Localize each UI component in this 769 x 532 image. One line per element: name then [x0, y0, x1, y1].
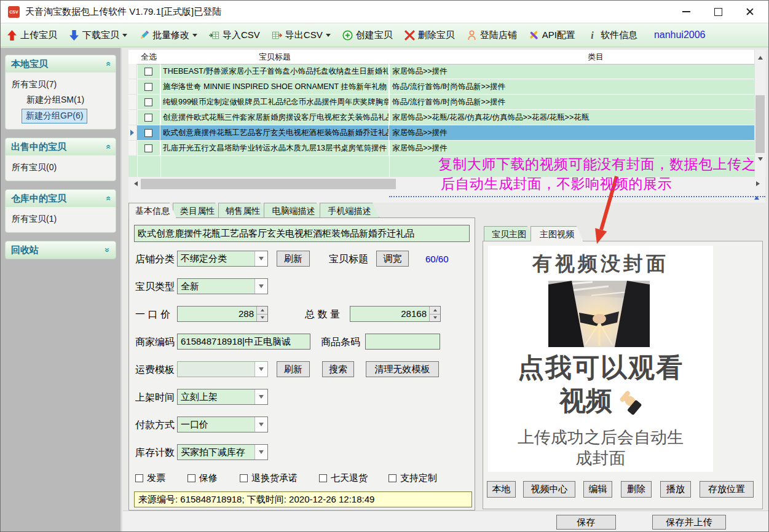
media-button-播放[interactable]: 播放 [660, 481, 691, 498]
store-category-select[interactable]: 不绑定分类 [177, 251, 268, 267]
splitter-handle[interactable] [389, 196, 765, 197]
sidebar-item[interactable]: 所有宝贝(7) [8, 77, 113, 92]
checkbox-box[interactable] [240, 474, 248, 482]
sidebar-section-header[interactable]: 回收站 [6, 241, 116, 259]
table-row[interactable]: 施华洛世奇 MINNIE INSPIRED SHOE ORNAMENT 挂饰新年… [128, 79, 754, 95]
toolbar-upload[interactable]: 上传宝贝 [7, 29, 57, 41]
item-title-input[interactable]: 欧式创意鹿摆件花瓶工艺品客厅玄关电视柜酒柜装饰品新婚乔迁礼品 [134, 225, 470, 242]
barcode-input[interactable] [365, 334, 440, 350]
scroll-right-icon[interactable] [756, 181, 762, 186]
chevron-down-icon[interactable] [254, 445, 267, 460]
spinner-arrows-icon[interactable] [429, 307, 440, 321]
collapse-chevron-icon[interactable] [103, 248, 112, 252]
sidebar-section-header[interactable]: 出售中的宝贝 [6, 138, 116, 155]
dropdown-caret-icon[interactable] [122, 34, 127, 39]
tab-main-video[interactable]: 主图视频 [530, 226, 583, 241]
checkbox-保修[interactable]: 保修 [187, 472, 218, 484]
search-shipping-button[interactable]: 搜索 [322, 361, 354, 377]
scroll-up-icon[interactable] [758, 53, 763, 60]
sidebar-item[interactable]: 所有宝贝(1) [8, 212, 113, 227]
checkbox-box[interactable] [187, 474, 195, 482]
media-button-编辑[interactable]: 编辑 [583, 481, 612, 498]
chevron-down-icon[interactable] [254, 251, 267, 266]
header-category[interactable]: 类目 [559, 50, 633, 64]
checkbox-box[interactable] [319, 474, 327, 482]
header-select-all[interactable]: 全选 [137, 50, 160, 64]
toolbar-import-csv[interactable]: 导入CSV [209, 29, 260, 41]
sidebar-item[interactable]: 所有宝贝(0) [8, 160, 113, 175]
tab-main-image[interactable]: 宝贝主图 [484, 226, 534, 241]
scroll-down-icon[interactable] [758, 157, 763, 163]
chevron-down-icon[interactable] [254, 389, 267, 404]
chevron-down-icon[interactable] [254, 279, 267, 294]
collapse-chevron-icon[interactable] [103, 61, 112, 66]
row-checkbox[interactable] [144, 144, 152, 152]
scroll-left-icon[interactable] [132, 181, 138, 186]
quantity-spinner[interactable]: 28168 [350, 306, 441, 322]
checkbox-box[interactable] [388, 474, 396, 482]
splitter-collapse-icon[interactable] [754, 194, 759, 200]
checkbox-退换货承诺[interactable]: 退换货承诺 [240, 472, 298, 484]
item-type-select[interactable]: 全新 [177, 278, 268, 294]
media-button-本地[interactable]: 本地 [487, 481, 516, 498]
tab-电脑端描述[interactable]: 电脑端描述 [264, 203, 323, 217]
table-row[interactable]: 创意摆件欧式花瓶三件套家居新婚房摆设客厅电视柜玄关装饰品礼品 家居饰品>>花瓶/… [128, 110, 754, 125]
row-checkbox[interactable] [144, 98, 152, 106]
listing-time-select[interactable]: 立刻上架 [177, 389, 268, 405]
tab-销售属性[interactable]: 销售属性 [218, 203, 267, 217]
row-checkbox[interactable] [144, 129, 152, 137]
chevron-down-icon[interactable] [254, 362, 267, 377]
media-button-存放位置[interactable]: 存放位置 [700, 481, 754, 498]
sidebar-item[interactable]: 新建分组SM(1) [8, 93, 113, 108]
checkbox-box[interactable] [135, 474, 143, 482]
media-button-删除[interactable]: 删除 [621, 481, 652, 498]
merchant-code-input[interactable]: 615848718918|中正电脑诚 [177, 334, 310, 350]
row-checkbox[interactable] [144, 114, 152, 122]
header-title[interactable]: 宝贝标题 [160, 50, 389, 64]
toolbar-create[interactable]: 创建宝贝 [342, 29, 393, 41]
toolbar-login-shop[interactable]: 登陆店铺 [467, 29, 517, 41]
tab-基本信息[interactable]: 基本信息 [128, 203, 176, 218]
minimize-button[interactable] [670, 1, 702, 23]
price-spinner[interactable]: 288 [177, 306, 268, 322]
toolbar-download[interactable]: 下载宝贝 [69, 29, 127, 41]
refresh-category-button[interactable]: 刷新 [277, 251, 310, 267]
checkbox-支持定制[interactable]: 支持定制 [388, 472, 437, 484]
widen-title-button[interactable]: 调宽 [376, 251, 409, 267]
toolbar-export-csv[interactable]: 导出CSV [272, 29, 331, 41]
table-row[interactable]: 欧式创意鹿摆件花瓶工艺品客厅玄关电视柜酒柜装饰品新婚乔迁礼品 家居饰品>>摆件 [128, 125, 754, 141]
maximize-button[interactable] [702, 1, 734, 23]
chevron-down-icon[interactable] [254, 417, 267, 432]
refresh-shipping-button[interactable]: 刷新 [277, 361, 310, 377]
row-checkbox[interactable] [144, 83, 152, 91]
sidebar-section-header[interactable]: 仓库中的宝贝 [6, 190, 116, 207]
collapse-chevron-icon[interactable] [103, 196, 112, 201]
media-button-视频中心[interactable]: 视频中心 [523, 481, 575, 498]
checkbox-发票[interactable]: 发票 [135, 472, 165, 484]
save-and-upload-button[interactable]: 保存并上传 [652, 515, 726, 530]
video-preview[interactable]: 有视频没封面 [488, 246, 713, 472]
toolbar-api-config[interactable]: API配置 [529, 29, 575, 41]
toolbar-delete[interactable]: 删除宝贝 [404, 29, 455, 41]
tab-类目属性[interactable]: 类目属性 [173, 203, 222, 217]
dropdown-caret-icon[interactable] [192, 34, 197, 39]
toolbar-batch-edit[interactable]: 批量修改 [139, 29, 197, 41]
dropdown-caret-icon[interactable] [326, 34, 331, 39]
row-checkbox[interactable] [144, 68, 152, 76]
save-button[interactable]: 保存 [556, 515, 616, 530]
payment-method-select[interactable]: 一口价 [177, 417, 268, 432]
table-row[interactable]: 孔庙开光五行文昌塔助学业转运水晶木质九层13层书桌房笔筒摆件 家居饰品>>摆件 [128, 141, 754, 156]
clean-invalid-template-button[interactable]: 清理无效模板 [366, 361, 439, 377]
stock-count-select[interactable]: 买家拍下减库存 [177, 444, 268, 460]
horizontal-scroll-thumb[interactable] [141, 179, 396, 189]
close-button[interactable] [734, 1, 766, 23]
tab-手机端描述[interactable]: 手机端描述 [320, 203, 379, 217]
checkbox-七天退货[interactable]: 七天退货 [319, 472, 368, 484]
table-row[interactable]: 纯银999银币定制定做银牌员工礼品纪念币水晶摆件周年庆奖牌胸章 饰品/流行首饰/… [128, 95, 754, 110]
collapse-chevron-icon[interactable] [103, 144, 112, 149]
sidebar-item[interactable]: 新建分组GP(6) [22, 109, 87, 123]
toolbar-software-info[interactable]: i 软件信息 [587, 29, 637, 41]
table-row[interactable]: THEBEAST/野兽派家居小王子首饰盘小饰品托盘收纳盘生日新婚礼物 家居饰品>… [128, 64, 754, 79]
vertical-scroll-thumb[interactable] [755, 95, 765, 153]
spinner-arrows-icon[interactable] [256, 307, 267, 321]
